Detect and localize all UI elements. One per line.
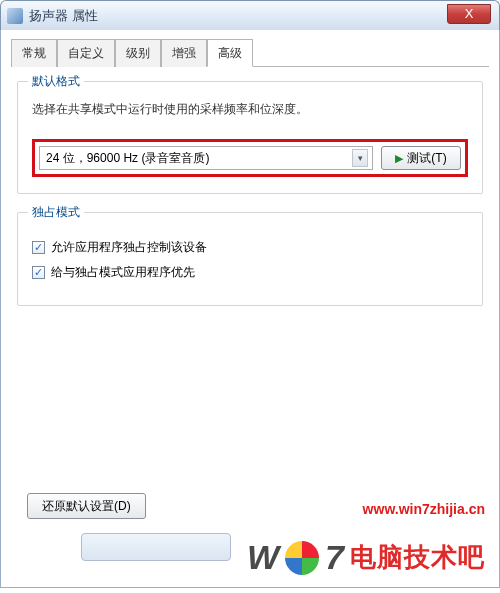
tab-advanced[interactable]: 高级 [207,39,253,67]
watermark-logo-prefix: W [247,538,279,577]
test-button-label: 测试(T) [407,150,446,167]
checkbox-allow-exclusive[interactable]: ✓ [32,241,45,254]
checkbox-row-priority: ✓ 给与独占模式应用程序优先 [32,264,468,281]
checkbox-label-priority: 给与独占模式应用程序优先 [51,264,195,281]
format-dropdown-value: 24 位，96000 Hz (录音室音质) [46,150,209,167]
chevron-down-icon: ▾ [352,149,368,167]
group-title-exclusive: 独占模式 [28,204,84,221]
group-default-format: 默认格式 选择在共享模式中运行时使用的采样频率和位深度。 24 位，96000 … [17,81,483,194]
default-format-description: 选择在共享模式中运行时使用的采样频率和位深度。 [32,100,468,119]
speaker-icon [7,8,23,24]
close-button[interactable]: X [447,4,491,24]
client-area: 常规 自定义 级别 增强 高级 默认格式 选择在共享模式中运行时使用的采样频率和… [0,30,500,588]
tab-enhance[interactable]: 增强 [161,39,207,67]
restore-defaults-button[interactable]: 还原默认设置(D) [27,493,146,519]
watermark-logo-suffix: 7 [325,538,344,577]
window-title: 扬声器 属性 [29,7,98,25]
format-dropdown[interactable]: 24 位，96000 Hz (录音室音质) ▾ [39,146,373,170]
titlebar[interactable]: 扬声器 属性 X [0,0,500,30]
test-button[interactable]: ▶ 测试(T) [381,146,461,170]
checkbox-priority[interactable]: ✓ [32,266,45,279]
windows-flag-icon [285,541,319,575]
restore-defaults-label: 还原默认设置(D) [42,498,131,515]
play-icon: ▶ [395,152,403,165]
bottom-panel [81,533,231,561]
tab-general[interactable]: 常规 [11,39,57,67]
highlight-box: 24 位，96000 Hz (录音室音质) ▾ ▶ 测试(T) [32,139,468,177]
properties-window: 扬声器 属性 X 常规 自定义 级别 增强 高级 默认格式 选择在共享模式中运行… [0,0,500,588]
tabstrip: 常规 自定义 级别 增强 高级 [11,38,489,67]
checkbox-row-allow-exclusive: ✓ 允许应用程序独占控制该设备 [32,239,468,256]
checkbox-label-allow-exclusive: 允许应用程序独占控制该设备 [51,239,207,256]
group-exclusive-mode: 独占模式 ✓ 允许应用程序独占控制该设备 ✓ 给与独占模式应用程序优先 [17,212,483,306]
tab-levels[interactable]: 级别 [115,39,161,67]
watermark-brand: W 7 电脑技术吧 [247,538,485,577]
tab-custom[interactable]: 自定义 [57,39,115,67]
watermark-url: www.win7zhijia.cn [363,501,485,517]
group-title-default-format: 默认格式 [28,73,84,90]
watermark-site-name: 电脑技术吧 [350,540,485,575]
